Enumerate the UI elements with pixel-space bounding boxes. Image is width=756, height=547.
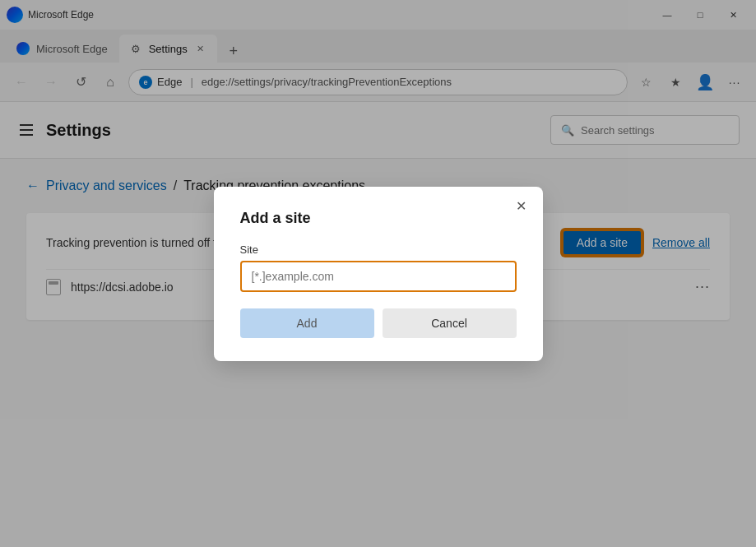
- modal-add-button[interactable]: Add: [240, 308, 374, 338]
- modal-title: Add a site: [240, 210, 517, 227]
- add-site-modal: ✕ Add a site Site Add Cancel: [214, 187, 543, 361]
- modal-close-button[interactable]: ✕: [512, 197, 531, 216]
- modal-actions: Add Cancel: [240, 308, 517, 338]
- site-input[interactable]: [240, 261, 517, 292]
- site-field-label: Site: [240, 243, 517, 256]
- modal-cancel-button[interactable]: Cancel: [383, 308, 517, 338]
- modal-overlay: ✕ Add a site Site Add Cancel: [0, 0, 756, 547]
